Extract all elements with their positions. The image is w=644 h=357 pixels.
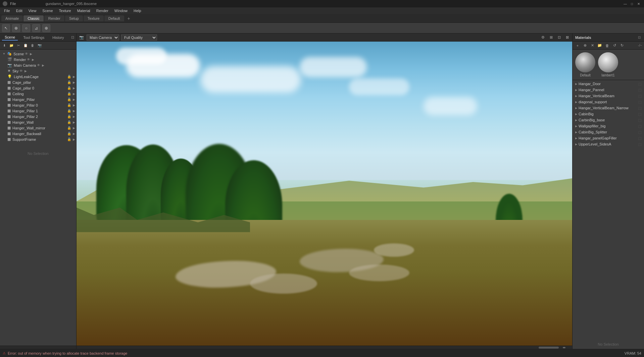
mat-item-hangar-vbeam[interactable]: ▶ Hangar_VerticalBeam ⬚: [573, 93, 644, 99]
mat-redo-btn[interactable]: ↻: [619, 43, 625, 49]
quality-select[interactable]: Full Quality Draft Quality Preview Quali…: [121, 35, 157, 41]
mat-item-btn-11[interactable]: ⬚: [638, 142, 641, 146]
mat-item-wallgapfiller[interactable]: ▶ Wallgapfiller_big ⬚: [573, 123, 644, 129]
mat-item-hangar-pannel[interactable]: ▶ Hangar_Pannel ⬚: [573, 87, 644, 93]
pivot-tool[interactable]: ⊕: [42, 24, 50, 32]
mat-item-cabinbig-splitter[interactable]: ▶ CabinBig_Splitter ⬚: [573, 129, 644, 135]
expand-panel-btn[interactable]: ⊡: [71, 35, 74, 40]
tab-default[interactable]: Default: [104, 15, 124, 21]
mat-item-btn-9[interactable]: ⬚: [638, 130, 641, 134]
tab-tool-settings[interactable]: Tool Settings: [20, 35, 47, 40]
mat-item-cabinbig[interactable]: ▶ CabinBig ⬚: [573, 111, 644, 117]
menu-view[interactable]: View: [26, 8, 39, 13]
mat-remove-btn[interactable]: ✕: [589, 43, 595, 49]
scene-tool-4[interactable]: 📋: [22, 43, 29, 49]
eye-icon-scene[interactable]: 👁: [25, 52, 28, 56]
tree-item-cage-pillar0[interactable]: ▦ Cage_pillar 0 🔒 ▶: [0, 85, 76, 91]
viewport-settings-icon[interactable]: ⚙: [540, 35, 546, 41]
mat-duplicate-btn[interactable]: ⊕: [582, 43, 588, 49]
tree-item-supportframe[interactable]: ▦ SupportFrame 🔒 ▶: [0, 136, 76, 142]
scene-tool-5[interactable]: 🗑: [30, 43, 36, 49]
tab-classic[interactable]: Classic: [23, 15, 43, 21]
viewport-hscrollbar[interactable]: [77, 346, 572, 349]
tree-item-ceiling[interactable]: ▦ Ceiling 🔒 ▶: [0, 91, 76, 97]
tree-item-render[interactable]: 🎬 Render 👁 ▶: [0, 57, 76, 62]
rotate-tool[interactable]: ○: [22, 24, 30, 32]
menu-help[interactable]: Help: [131, 8, 144, 13]
tab-setup[interactable]: Setup: [65, 15, 83, 21]
swatch-default-sphere[interactable]: [575, 52, 595, 72]
tree-item-lightleakcage[interactable]: 💡 LightLeakCage 🔒 ▶: [0, 74, 76, 79]
mat-item-btn-2[interactable]: ⬚: [638, 88, 641, 92]
tree-item-hangar-pillar1[interactable]: ▦ Hangar_Pillar 1 🔒 ▶: [0, 108, 76, 114]
mat-item-btn-4[interactable]: ⬚: [638, 100, 641, 104]
menu-scene[interactable]: Scene: [40, 8, 55, 13]
mat-item-hangar-panelgapfiller[interactable]: ▶ Hangar_panelGapFiller ⬚: [573, 135, 644, 141]
select-tool[interactable]: ↖: [2, 24, 10, 32]
tree-item-hanger-wall-mirror[interactable]: ▦ Hanger_Wall_mirror 🔒 ▶: [0, 125, 76, 131]
tab-texture[interactable]: Texture: [84, 15, 104, 21]
eye-icon-camera[interactable]: 👁: [37, 63, 40, 67]
menu-edit[interactable]: Edit: [13, 8, 25, 13]
mat-folder-btn[interactable]: 📁: [597, 43, 603, 49]
tab-scene[interactable]: Scene: [2, 35, 18, 41]
tab-history[interactable]: History: [50, 35, 66, 40]
viewport-grid-icon[interactable]: ⊞: [548, 35, 554, 41]
viewport[interactable]: [77, 42, 572, 349]
camera-select[interactable]: Main Camera Camera1 Perspective: [87, 35, 119, 41]
tree-item-hangar-pillar2[interactable]: ▦ Hangar_Pillar 2 🔒 ▶: [0, 114, 76, 119]
tree-item-hangar-pillar[interactable]: ▦ Hangar_Pillar 🔒 ▶: [0, 97, 76, 102]
viewport-popout-icon[interactable]: ⊠: [564, 35, 570, 41]
mat-item-btn-1[interactable]: ⬚: [638, 82, 641, 86]
close-button[interactable]: ✕: [636, 1, 641, 6]
tree-item-hanger-wall[interactable]: ▦ Hanger_Wall 🔒 ▶: [0, 119, 76, 125]
mat-item-hangar-door[interactable]: ▶ Hangar_Door ⬚: [573, 81, 644, 87]
menu-material[interactable]: Material: [75, 8, 93, 13]
mat-item-btn-10[interactable]: ⬚: [638, 136, 641, 140]
mat-item-hangar-vbeam-narrow[interactable]: ▶ Hangar_VerticalBeam_Narrow ⬚: [573, 105, 644, 111]
tree-item-main-camera[interactable]: 📷 Main Camera 👁 ▶: [0, 62, 76, 68]
minimize-button[interactable]: —: [623, 1, 628, 6]
tree-item-scene[interactable]: ▼ 🎭 Scene 👁 ▶: [0, 51, 76, 57]
mat-name-hangar-door: Hangar_Door: [579, 82, 637, 86]
scene-tool-3[interactable]: ✂: [15, 43, 21, 49]
scene-tool-2[interactable]: 📁: [8, 43, 14, 49]
tree-item-hanger-backwall[interactable]: ▦ Hanger_Backwall 🔒 ▶: [0, 131, 76, 136]
swatch-default[interactable]: Default: [575, 52, 595, 77]
tab-animate[interactable]: Animate: [1, 15, 23, 21]
maximize-button[interactable]: □: [629, 1, 635, 6]
mat-header-expand[interactable]: ⊡: [637, 35, 641, 40]
mat-item-btn-8[interactable]: ⬚: [638, 124, 641, 128]
mat-delete-btn[interactable]: 🗑: [604, 43, 610, 49]
mat-item-btn-6[interactable]: ⬚: [638, 112, 641, 116]
scene-tool-1[interactable]: ⬇: [1, 43, 7, 49]
add-tab-button[interactable]: +: [125, 15, 133, 22]
menu-texture[interactable]: Texture: [56, 8, 74, 13]
mat-item-upperlevel-sidesa[interactable]: ▶ UpperLevel_SidesA ⬚: [573, 141, 644, 147]
scene-tool-6[interactable]: 📷: [37, 43, 43, 49]
eye-icon-sky[interactable]: 👁: [19, 69, 23, 73]
tree-item-hangar-pillar0[interactable]: ▦ Hangar_Pillar 0 🔒 ▶: [0, 102, 76, 108]
transform-tool[interactable]: ⊕: [12, 24, 20, 32]
menu-render[interactable]: Render: [94, 8, 111, 13]
swatch-lambert-sphere[interactable]: [598, 52, 618, 72]
mat-item-carbinbig-base[interactable]: ▶ CarbinBig_base ⬚: [573, 117, 644, 123]
scrollbar-thumb[interactable]: [539, 347, 559, 349]
left-panel-scrollbar[interactable]: [0, 346, 76, 349]
menu-file[interactable]: File: [1, 8, 13, 13]
hanger-wall-mirror-icon: ▦: [7, 126, 11, 130]
mat-item-btn-7[interactable]: ⬚: [638, 118, 641, 122]
scale-tool[interactable]: ⊿: [32, 24, 40, 32]
tab-render[interactable]: Render: [44, 15, 64, 21]
tree-item-sky[interactable]: ☀ Sky 👁 ▶: [0, 68, 76, 74]
swatch-lambert[interactable]: lambert1: [598, 52, 618, 77]
tree-item-cage-pillar[interactable]: ▦ Cage_pillar 🔒 ▶: [0, 79, 76, 85]
mat-item-diagonal-support[interactable]: ▶ diagonal_support ⬚: [573, 99, 644, 105]
mat-add-btn[interactable]: +: [575, 43, 581, 49]
eye-icon-render[interactable]: 👁: [27, 58, 30, 61]
mat-item-btn-5[interactable]: ⬚: [638, 106, 641, 110]
menu-window[interactable]: Window: [112, 8, 130, 13]
mat-item-btn-3[interactable]: ⬚: [638, 94, 641, 98]
mat-undo-btn[interactable]: ↺: [611, 43, 617, 49]
viewport-maximize-icon[interactable]: ⊡: [556, 35, 562, 41]
